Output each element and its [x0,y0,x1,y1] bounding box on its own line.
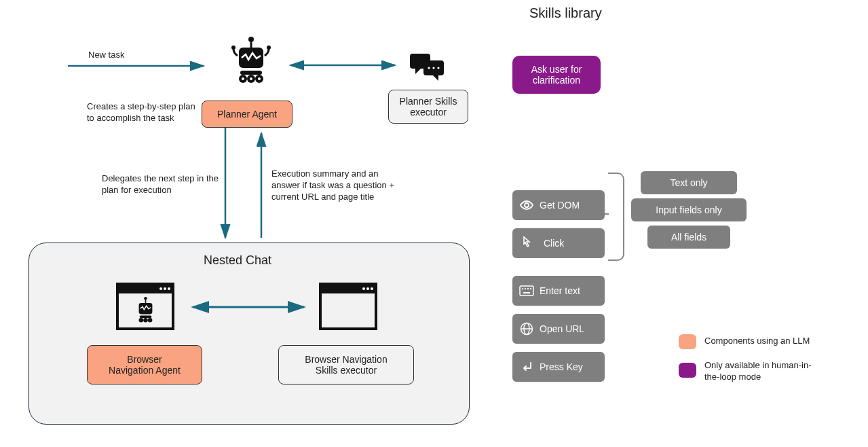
skill-dom-all-fields: All fields [647,226,730,249]
svg-point-1 [248,37,254,42]
svg-point-25 [168,287,170,290]
eye-icon [518,200,535,211]
enter-key-icon [518,360,535,374]
svg-point-18 [437,67,439,69]
skill-press-key-label: Press Key [540,361,583,372]
skill-get-dom: Get DOM [512,190,605,220]
svg-point-35 [362,287,365,290]
svg-point-26 [144,297,147,300]
svg-point-4 [231,46,235,50]
svg-rect-43 [527,288,529,289]
svg-rect-44 [530,288,531,289]
svg-point-39 [525,203,529,207]
legend-hitl-label: Only available in human-in- the-loop mod… [704,360,847,383]
svg-point-10 [242,77,244,80]
skill-dom-text-only: Text only [641,171,737,194]
nested-chat-container [29,243,470,425]
skill-open-url: Open URL [512,314,605,344]
new-task-label: New task [88,50,124,61]
svg-point-30 [139,318,144,323]
skill-click: Click [512,228,605,258]
skill-enter-text: Enter text [512,276,605,306]
browser-robot-icon [116,283,174,332]
exec-summary-text: Execution summary and an answer if task … [271,168,407,203]
svg-point-31 [143,318,148,323]
svg-point-24 [164,287,166,290]
bracket-stem [605,213,609,215]
browser-nav-skills-box: Browser Navigation Skills executor [278,345,414,385]
skill-press-key: Press Key [512,352,605,382]
bracket [608,173,624,261]
legend-swatch-hitl [679,363,696,378]
skill-open-url-label: Open URL [540,323,584,334]
skill-dom-input-fields: Input fields only [631,198,747,221]
skill-ask-user: Ask user for clarification [512,56,601,94]
creates-plan-text: Creates a step-by-step plan to accomplis… [87,101,195,124]
svg-point-12 [258,77,261,80]
svg-rect-6 [240,71,262,75]
svg-point-17 [432,67,434,69]
keyboard-icon [518,285,535,296]
legend-llm-label: Components using an LLM [704,336,847,347]
svg-rect-41 [522,288,523,289]
svg-point-23 [159,287,162,290]
pointer-icon [518,236,535,251]
svg-point-32 [148,318,153,323]
svg-point-5 [267,46,271,50]
svg-rect-29 [140,316,152,318]
nested-chat-label: Nested Chat [204,253,271,268]
svg-rect-42 [525,288,526,289]
legend-swatch-llm [679,334,696,349]
svg-point-16 [428,67,430,69]
browser-nav-agent-box: Browser Navigation Agent [87,345,202,385]
svg-rect-45 [523,292,530,293]
skill-enter-text-label: Enter text [540,285,580,296]
planner-agent-box: Planner Agent [202,101,293,128]
skills-library-title: Skills library [529,5,602,21]
globe-icon [518,322,535,336]
svg-point-37 [371,287,373,290]
robot-icon [231,35,271,86]
delegates-text: Delegates the next step in the plan for … [102,173,224,196]
svg-rect-40 [520,286,533,296]
chat-icon [409,52,445,86]
svg-point-36 [366,287,369,290]
skill-get-dom-label: Get DOM [540,200,580,211]
planner-skills-executor-box: Planner Skills executor [388,90,468,124]
svg-point-11 [250,77,252,80]
browser-window-icon [319,283,377,332]
skill-click-label: Click [544,238,564,249]
